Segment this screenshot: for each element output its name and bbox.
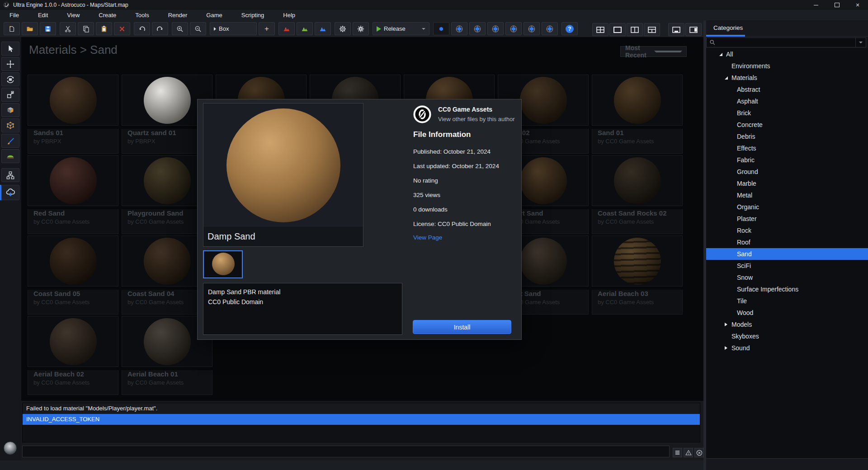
- layout-quad-button[interactable]: [592, 23, 609, 36]
- help-button[interactable]: ?: [561, 22, 578, 35]
- menu-item-file[interactable]: File: [0, 10, 28, 20]
- move-tool-button[interactable]: [1, 57, 19, 71]
- category-item-snow[interactable]: Snow: [706, 272, 868, 283]
- search-dropdown-button[interactable]: [855, 38, 866, 47]
- category-item-brick[interactable]: Brick: [706, 107, 868, 119]
- category-item-wood[interactable]: Wood: [706, 307, 868, 319]
- menu-item-edit[interactable]: Edit: [28, 10, 57, 20]
- redo-button[interactable]: [152, 22, 168, 35]
- undo-button[interactable]: [134, 22, 150, 35]
- material-tile[interactable]: Coast Sand 05by CC0 Game Assets: [28, 235, 118, 315]
- category-item-scifi[interactable]: SciFi: [706, 260, 868, 272]
- settings-button[interactable]: [335, 22, 351, 35]
- category-item-sand[interactable]: Sand: [706, 248, 868, 260]
- category-item-marble[interactable]: Marble: [706, 178, 868, 189]
- gizmo-mode-button-5[interactable]: [505, 22, 522, 35]
- category-item-abstract[interactable]: Abstract: [706, 84, 868, 95]
- menu-item-help[interactable]: Help: [274, 10, 305, 20]
- material-tile[interactable]: Sands 01by PBRPX: [28, 75, 118, 154]
- terrain-tool-button[interactable]: [1, 149, 19, 163]
- category-item-concrete[interactable]: Concrete: [706, 119, 868, 131]
- vertex-select-button[interactable]: [1, 118, 19, 132]
- category-item-plaster[interactable]: Plaster: [706, 213, 868, 225]
- category-item-fabric[interactable]: Fabric: [706, 154, 868, 166]
- material-tile[interactable]: Coast Sand Rocks 02by CC0 Game Assets: [592, 155, 683, 234]
- menu-item-create[interactable]: Create: [89, 10, 126, 20]
- material-tile[interactable]: Red Sandby CC0 Game Assets: [28, 155, 118, 234]
- category-item-all[interactable]: All: [706, 48, 868, 60]
- category-item-tile[interactable]: Tile: [706, 295, 868, 307]
- category-item-environments[interactable]: Environments: [706, 60, 868, 72]
- primitive-dropdown[interactable]: Box: [210, 22, 257, 35]
- category-item-skyboxes[interactable]: Skyboxes: [706, 330, 868, 342]
- menu-item-view[interactable]: View: [57, 10, 89, 20]
- menu-item-render[interactable]: Render: [159, 10, 197, 20]
- asset-store-button[interactable]: [1, 185, 19, 200]
- material-tile[interactable]: Aerial Beach 02by CC0 Game Assets: [28, 316, 118, 395]
- toggle-side-panel-button[interactable]: [685, 23, 702, 36]
- category-item-ground[interactable]: Ground: [706, 166, 868, 178]
- add-primitive-button[interactable]: +: [259, 22, 275, 35]
- toggle-console-panel-button[interactable]: [668, 23, 684, 36]
- material-thumbnail[interactable]: [203, 250, 243, 278]
- author-link[interactable]: View other files by this author: [438, 116, 515, 122]
- delete-button[interactable]: [114, 22, 130, 35]
- console-error-filter-button[interactable]: [694, 448, 704, 457]
- terrain-red-button[interactable]: [278, 22, 295, 35]
- gizmo-mode-button-3[interactable]: [469, 22, 486, 35]
- menu-item-tools[interactable]: Tools: [126, 10, 158, 20]
- category-item-roof[interactable]: Roof: [706, 236, 868, 248]
- hierarchy-button[interactable]: [1, 168, 19, 182]
- material-tile[interactable]: Sand 01by CC0 Game Assets: [592, 75, 683, 154]
- install-button[interactable]: Install: [413, 320, 511, 334]
- cut-button[interactable]: [60, 22, 76, 35]
- gizmo-mode-button-7[interactable]: [542, 22, 558, 35]
- category-search-input[interactable]: [706, 38, 866, 47]
- category-item-rock[interactable]: Rock: [706, 225, 868, 236]
- collapsed-arrow-icon[interactable]: [723, 346, 729, 350]
- paste-button[interactable]: [96, 22, 112, 35]
- rotate-tool-button[interactable]: [1, 72, 19, 86]
- layout-single-button[interactable]: [609, 23, 626, 36]
- gizmo-mode-button-4[interactable]: [487, 22, 504, 35]
- new-file-button[interactable]: [4, 22, 20, 35]
- zoom-in-button[interactable]: [172, 22, 188, 35]
- console-log-filter-button[interactable]: [673, 448, 682, 457]
- category-item-sound[interactable]: Sound: [706, 342, 868, 354]
- maximize-button[interactable]: [826, 0, 847, 10]
- category-item-materials[interactable]: Materials: [706, 72, 868, 84]
- view-page-link[interactable]: View Page: [413, 234, 442, 241]
- category-item-debris[interactable]: Debris: [706, 131, 868, 142]
- gizmo-mode-button-6[interactable]: [524, 22, 540, 35]
- category-item-metal[interactable]: Metal: [706, 189, 868, 201]
- run-mode-dropdown[interactable]: Release: [373, 22, 429, 35]
- face-select-button[interactable]: [1, 103, 19, 117]
- layout-two-column-button[interactable]: [627, 23, 643, 36]
- project-settings-button[interactable]: [353, 22, 369, 35]
- zoom-out-button[interactable]: [190, 22, 206, 35]
- console-line[interactable]: INVALID_ACCESS_TOKEN: [23, 414, 700, 425]
- sort-dropdown[interactable]: Most Recent: [620, 46, 687, 57]
- layout-split-bottom-button[interactable]: [644, 23, 660, 36]
- category-item-surface-imperfections[interactable]: Surface Imperfections: [706, 283, 868, 295]
- console-warning-filter-button[interactable]: [684, 448, 693, 457]
- menu-item-scripting[interactable]: Scripting: [232, 10, 274, 20]
- category-item-organic[interactable]: Organic: [706, 201, 868, 213]
- user-avatar[interactable]: [4, 442, 17, 455]
- console-line[interactable]: Failed to load material "Models/Player/p…: [23, 403, 700, 414]
- category-item-models[interactable]: Models: [706, 319, 868, 330]
- open-button[interactable]: [22, 22, 38, 35]
- copy-button[interactable]: [78, 22, 94, 35]
- collapsed-arrow-icon[interactable]: [723, 323, 729, 326]
- expanded-arrow-icon[interactable]: [718, 53, 723, 56]
- save-button[interactable]: [40, 22, 56, 35]
- terrain-green-button[interactable]: [297, 22, 313, 35]
- expanded-arrow-icon[interactable]: [723, 76, 729, 80]
- tab-categories[interactable]: Categories: [713, 24, 743, 31]
- console-input[interactable]: [22, 446, 670, 457]
- paint-tool-button[interactable]: [1, 134, 19, 148]
- gizmo-mode-button-1[interactable]: [433, 22, 449, 35]
- select-tool-button[interactable]: [1, 42, 19, 56]
- menu-item-game[interactable]: Game: [197, 10, 231, 20]
- minimize-button[interactable]: [806, 0, 826, 10]
